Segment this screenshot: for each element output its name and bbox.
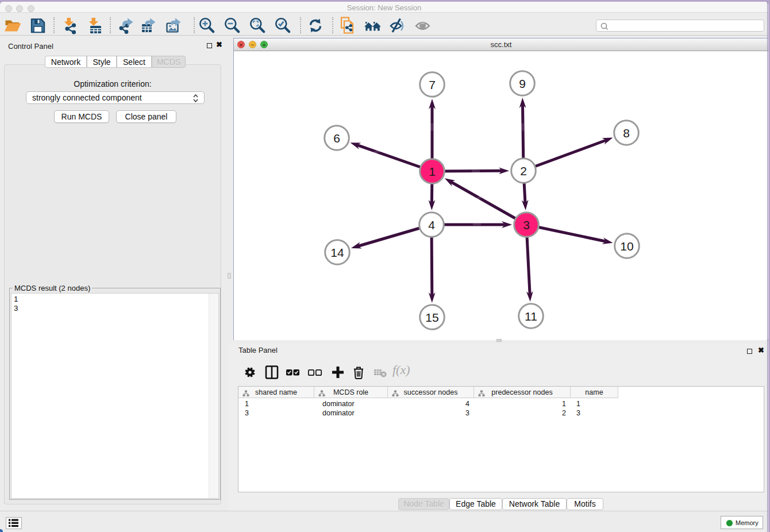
svg-text:6: 6 (333, 132, 340, 145)
svg-text:15: 15 (425, 311, 438, 324)
svg-text:8: 8 (623, 126, 630, 140)
svg-text:4: 4 (428, 218, 435, 232)
svg-text:11: 11 (525, 310, 537, 323)
svg-text:7: 7 (429, 78, 436, 91)
svg-text:10: 10 (620, 240, 633, 253)
svg-text:14: 14 (330, 246, 344, 259)
svg-text:3: 3 (523, 218, 530, 232)
svg-text:2: 2 (520, 164, 527, 178)
svg-text:1: 1 (429, 165, 436, 178)
svg-text:9: 9 (519, 77, 526, 90)
